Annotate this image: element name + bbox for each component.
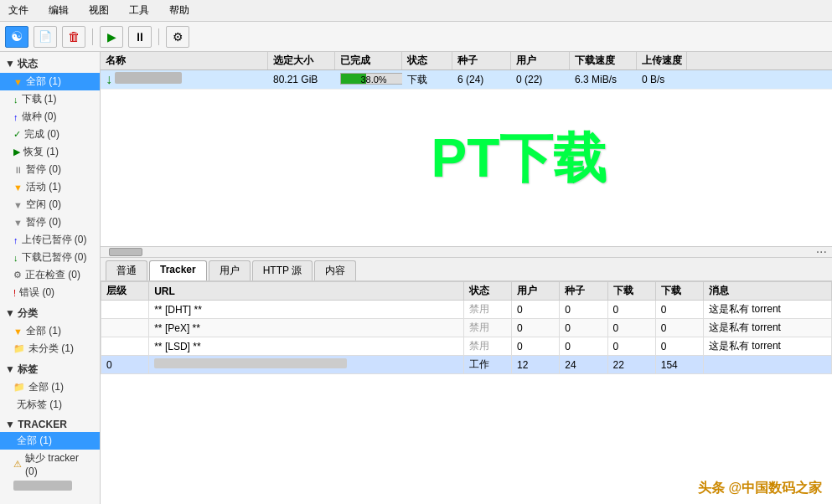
torrent-list: PT下载 ↓ 80.21 GiB 38.0% 下载 6 (24) 0 (22) …	[101, 70, 832, 246]
menu-tools[interactable]: 工具	[124, 2, 154, 19]
table-row[interactable]: 0 工作 12 24 22 154	[101, 356, 832, 374]
table-row[interactable]: ** [LSD] ** 禁用 0 0 0 0 这是私有 torrent	[101, 337, 832, 356]
active-icon: ▼	[13, 183, 23, 193]
sidebar-item-paused[interactable]: ⏸ 暂停 (0)	[0, 161, 100, 178]
th-t-dl2: 下载	[655, 282, 703, 301]
td-t-msg	[703, 356, 831, 374]
menu-file[interactable]: 文件	[3, 2, 34, 19]
table-row[interactable]: ↓ 80.21 GiB 38.0% 下载 6 (24) 0 (22) 6.3 M…	[101, 70, 832, 90]
sidebar-item-tracker-custom[interactable]	[0, 479, 100, 492]
sidebar-ul-paused-label: 上传已暂停 (0)	[22, 233, 87, 247]
tab-content[interactable]: 内容	[314, 260, 356, 280]
progress-bar-container: 38.0%	[340, 73, 402, 85]
settings-btn[interactable]: ⚙	[166, 26, 189, 48]
tracker-missing-icon: ⚠	[13, 459, 22, 470]
sidebar-item-tracker-missing[interactable]: ⚠ 缺少 tracker (0)	[0, 450, 100, 479]
td-users: 0 (22)	[511, 72, 570, 87]
sidebar-item-downloading[interactable]: ↓ 下载 (1)	[0, 90, 100, 108]
toolbar: ☯ 📄 🗑 ▶ ⏸ ⚙	[0, 22, 832, 52]
td-level: 0	[101, 356, 149, 374]
hscroll-thumb[interactable]	[109, 248, 142, 256]
td-t-dl: 0	[607, 301, 655, 319]
tracker-panel: 层级 URL 状态 用户 种子 下载 下载 消息 ** [DHT] **	[101, 281, 832, 504]
th-ulspeed: 上传速度	[637, 52, 687, 69]
sidebar-item-active[interactable]: ▼ 活动 (1)	[0, 178, 100, 196]
sidebar-item-checking[interactable]: ⚙ 正在检查 (0)	[0, 266, 100, 284]
pause-icon: ⏸	[13, 165, 23, 175]
sidebar-item-seeding[interactable]: ↑ 做种 (0)	[0, 108, 100, 126]
sidebar-item-cat-all[interactable]: ▼ 全部 (1)	[0, 322, 100, 340]
sidebar-dl-label: 下载 (1)	[22, 92, 57, 106]
td-status: 下载	[402, 71, 452, 89]
resume-icon: ▶	[13, 147, 20, 157]
sidebar-item-tag-all[interactable]: 📁 全部 (1)	[0, 378, 100, 396]
td-done: 38.0%	[335, 71, 402, 89]
sidebar-idle-label: 空闲 (0)	[26, 198, 61, 212]
seed-icon: ↑	[13, 112, 18, 122]
sidebar-item-tracker-all[interactable]: 全部 (1)	[0, 432, 100, 450]
sidebar-dl-paused-label: 下载已暂停 (0)	[22, 250, 87, 265]
sidebar-item-dl-paused[interactable]: ↓ 下载已暂停 (0)	[0, 249, 100, 266]
menubar: 文件 编辑 视图 工具 帮助	[0, 0, 832, 22]
td-t-seeds: 0	[560, 301, 607, 319]
th-t-msg: 消息	[703, 282, 831, 301]
sidebar-item-tag-none[interactable]: 无标签 (1)	[0, 396, 100, 414]
sidebar-section-tags: ▼ 标签	[0, 361, 100, 378]
cat-none-icon: 📁	[13, 343, 25, 354]
td-t-msg: 这是私有 torrent	[703, 337, 831, 356]
sidebar-item-cat-none[interactable]: 📁 未分类 (1)	[0, 340, 100, 357]
th-url: URL	[149, 282, 464, 301]
table-row[interactable]: ** [DHT] ** 禁用 0 0 0 0 这是私有 torrent	[101, 301, 832, 319]
error-icon: !	[13, 288, 16, 298]
sidebar-item-resume[interactable]: ▶ 恢复 (1)	[0, 143, 100, 161]
tab-general[interactable]: 普通	[106, 260, 147, 280]
ul-paused-icon: ↑	[13, 235, 18, 245]
td-t-status: 工作	[463, 356, 511, 374]
td-level	[101, 319, 149, 337]
tab-users[interactable]: 用户	[209, 260, 251, 280]
sidebar-item-idle[interactable]: ▼ 空闲 (0)	[0, 196, 100, 213]
sidebar-all-label: 全部 (1)	[26, 75, 61, 89]
sidebar-item-ul-paused[interactable]: ↑ 上传已暂停 (0)	[0, 231, 100, 249]
tracker-table-header-row: 层级 URL 状态 用户 种子 下载 下载 消息	[101, 282, 832, 301]
th-users: 用户	[511, 52, 570, 69]
sidebar-item-completed[interactable]: ✓ 完成 (0)	[0, 126, 100, 143]
paused2-icon: ▼	[13, 218, 23, 228]
sidebar-item-all[interactable]: ▼ 全部 (1)	[0, 73, 100, 90]
pause-btn[interactable]: ⏸	[128, 26, 152, 48]
td-t-users: 0	[512, 319, 560, 337]
sidebar-item-paused2[interactable]: ▼ 暂停 (0)	[0, 213, 100, 231]
tab-tracker[interactable]: Tracker	[149, 260, 207, 280]
tracker-table: 层级 URL 状态 用户 种子 下载 下载 消息 ** [DHT] **	[101, 281, 832, 374]
dl-paused-icon: ↓	[13, 253, 18, 263]
dl-arrow-icon: ↓	[106, 72, 112, 86]
td-level	[101, 337, 149, 356]
td-t-msg: 这是私有 torrent	[703, 319, 831, 337]
th-status: 状态	[402, 52, 452, 69]
td-t-dl2: 0	[655, 301, 703, 319]
menu-edit[interactable]: 编辑	[44, 2, 74, 19]
tab-bar: 普通 Tracker 用户 HTTP 源 内容	[101, 258, 832, 281]
main-layout: ▼ 状态 ▼ 全部 (1) ↓ 下载 (1) ↑ 做种 (0) ✓ 完成 (0)…	[0, 52, 832, 504]
th-t-users: 用户	[512, 282, 560, 301]
sidebar-cat-none-label: 未分类 (1)	[28, 342, 74, 356]
table-row[interactable]: ** [PeX] ** 禁用 0 0 0 0 这是私有 torrent	[101, 319, 832, 337]
delete-btn[interactable]: 🗑	[62, 26, 85, 48]
tab-http[interactable]: HTTP 源	[252, 260, 313, 280]
td-seeds: 6 (24)	[452, 72, 511, 87]
td-t-status: 禁用	[463, 337, 511, 356]
sidebar-cat-all-label: 全部 (1)	[26, 324, 61, 338]
th-size: 选定大小	[268, 52, 335, 69]
menu-view[interactable]: 视图	[84, 2, 114, 19]
menu-help[interactable]: 帮助	[164, 2, 194, 19]
hscrollbar[interactable]: ···	[101, 246, 832, 258]
td-t-users: 0	[512, 337, 560, 356]
tracker-custom-blurred	[13, 481, 72, 491]
sidebar-tag-all-label: 全部 (1)	[28, 380, 64, 394]
sidebar-item-error[interactable]: ! 错误 (0)	[0, 284, 100, 301]
td-t-dl: 0	[607, 337, 655, 356]
start-btn[interactable]: ▶	[100, 26, 123, 48]
new-torrent-btn[interactable]: 📄	[34, 26, 57, 48]
logo-btn[interactable]: ☯	[5, 26, 28, 48]
cat-all-icon: ▼	[13, 327, 23, 337]
